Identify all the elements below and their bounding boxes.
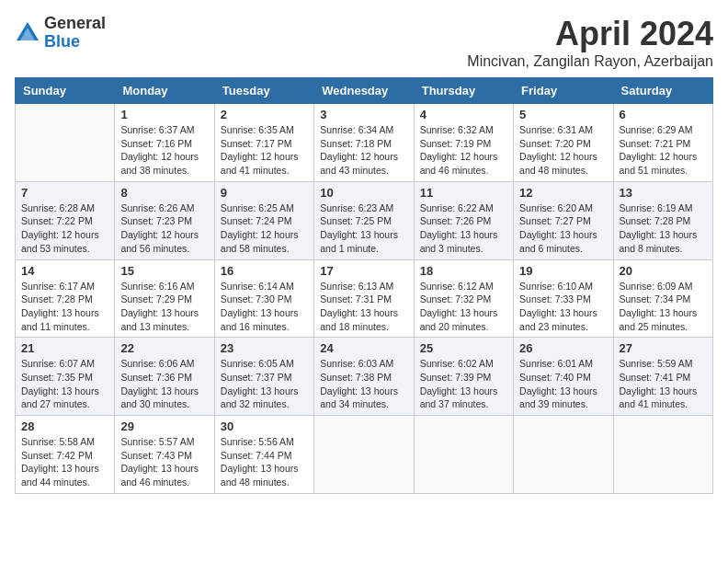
- day-number: 18: [420, 264, 507, 278]
- day-info: Sunrise: 6:06 AMSunset: 7:36 PMDaylight:…: [120, 357, 208, 411]
- day-info: Sunrise: 6:23 AMSunset: 7:25 PMDaylight:…: [320, 201, 407, 256]
- calendar-cell: 23Sunrise: 6:05 AMSunset: 7:37 PMDayligh…: [214, 338, 313, 416]
- day-number: 20: [620, 264, 707, 278]
- calendar-cell: 19Sunrise: 6:10 AMSunset: 7:33 PMDayligh…: [514, 259, 613, 338]
- day-info: Sunrise: 6:26 AMSunset: 7:23 PMDaylight:…: [120, 201, 208, 256]
- calendar-cell: 14Sunrise: 6:17 AMSunset: 7:28 PMDayligh…: [16, 259, 115, 338]
- calendar-cell: 18Sunrise: 6:12 AMSunset: 7:32 PMDayligh…: [414, 259, 513, 338]
- calendar-cell: 1Sunrise: 6:37 AMSunset: 7:16 PMDaylight…: [115, 104, 214, 182]
- day-number: 23: [221, 341, 308, 355]
- day-info: Sunrise: 6:10 AMSunset: 7:33 PMDaylight:…: [519, 280, 607, 334]
- day-number: 27: [620, 341, 707, 355]
- week-row-3: 14Sunrise: 6:17 AMSunset: 7:28 PMDayligh…: [16, 259, 713, 338]
- week-row-5: 28Sunrise: 5:58 AMSunset: 7:42 PMDayligh…: [16, 416, 713, 494]
- day-info: Sunrise: 5:58 AMSunset: 7:42 PMDaylight:…: [21, 435, 108, 489]
- day-number: 12: [519, 186, 607, 200]
- logo: General Blue: [15, 15, 106, 52]
- day-number: 24: [320, 341, 407, 355]
- day-info: Sunrise: 6:19 AMSunset: 7:28 PMDaylight:…: [620, 201, 707, 256]
- calendar-cell: 26Sunrise: 6:01 AMSunset: 7:40 PMDayligh…: [514, 338, 613, 416]
- calendar-cell: 8Sunrise: 6:26 AMSunset: 7:23 PMDaylight…: [115, 181, 214, 259]
- day-number: 29: [120, 419, 208, 433]
- calendar-cell: 25Sunrise: 6:02 AMSunset: 7:39 PMDayligh…: [414, 338, 513, 416]
- calendar-cell: 10Sunrise: 6:23 AMSunset: 7:25 PMDayligh…: [314, 181, 414, 259]
- page-container: General Blue April 2024 Mincivan, Zangil…: [15, 15, 713, 494]
- calendar-cell: [514, 416, 613, 494]
- weekday-header-friday: Friday: [514, 78, 613, 104]
- day-number: 26: [519, 341, 607, 355]
- day-number: 30: [221, 419, 308, 433]
- day-info: Sunrise: 5:56 AMSunset: 7:44 PMDaylight:…: [221, 435, 308, 489]
- weekday-header-sunday: Sunday: [16, 78, 115, 104]
- day-info: Sunrise: 6:29 AMSunset: 7:21 PMDaylight:…: [620, 123, 707, 178]
- day-info: Sunrise: 5:57 AMSunset: 7:43 PMDaylight:…: [120, 435, 208, 489]
- day-info: Sunrise: 6:32 AMSunset: 7:19 PMDaylight:…: [420, 123, 507, 178]
- day-info: Sunrise: 6:20 AMSunset: 7:27 PMDaylight:…: [519, 201, 607, 256]
- calendar-cell: 15Sunrise: 6:16 AMSunset: 7:29 PMDayligh…: [115, 259, 214, 338]
- day-number: 22: [120, 341, 208, 355]
- day-info: Sunrise: 6:17 AMSunset: 7:28 PMDaylight:…: [21, 280, 108, 334]
- day-number: 7: [21, 186, 108, 200]
- day-info: Sunrise: 6:35 AMSunset: 7:17 PMDaylight:…: [221, 123, 308, 178]
- day-info: Sunrise: 6:09 AMSunset: 7:34 PMDaylight:…: [620, 280, 707, 334]
- day-number: 21: [21, 341, 108, 355]
- calendar-cell: 28Sunrise: 5:58 AMSunset: 7:42 PMDayligh…: [16, 416, 115, 494]
- day-info: Sunrise: 6:22 AMSunset: 7:26 PMDaylight:…: [420, 201, 507, 256]
- day-number: 1: [120, 108, 208, 121]
- calendar-cell: 24Sunrise: 6:03 AMSunset: 7:38 PMDayligh…: [314, 338, 414, 416]
- calendar-cell: [314, 416, 414, 494]
- logo-general: General: [44, 14, 106, 32]
- week-row-2: 7Sunrise: 6:28 AMSunset: 7:22 PMDaylight…: [16, 181, 713, 259]
- day-number: 8: [120, 186, 208, 200]
- calendar-cell: 6Sunrise: 6:29 AMSunset: 7:21 PMDaylight…: [613, 104, 712, 182]
- calendar-cell: 4Sunrise: 6:32 AMSunset: 7:19 PMDaylight…: [414, 104, 513, 182]
- day-number: 15: [120, 264, 208, 278]
- logo-icon: [15, 20, 40, 46]
- week-row-1: 1Sunrise: 6:37 AMSunset: 7:16 PMDaylight…: [16, 104, 713, 182]
- weekday-header-row: SundayMondayTuesdayWednesdayThursdayFrid…: [16, 78, 713, 104]
- day-info: Sunrise: 6:01 AMSunset: 7:40 PMDaylight:…: [519, 357, 607, 411]
- calendar-cell: 29Sunrise: 5:57 AMSunset: 7:43 PMDayligh…: [115, 416, 214, 494]
- day-info: Sunrise: 6:07 AMSunset: 7:35 PMDaylight:…: [21, 357, 108, 411]
- day-info: Sunrise: 6:03 AMSunset: 7:38 PMDaylight:…: [320, 357, 407, 411]
- header: General Blue April 2024 Mincivan, Zangil…: [15, 15, 713, 70]
- day-info: Sunrise: 6:14 AMSunset: 7:30 PMDaylight:…: [221, 280, 308, 334]
- weekday-header-tuesday: Tuesday: [214, 78, 313, 104]
- day-number: 6: [620, 108, 707, 121]
- day-number: 19: [519, 264, 607, 278]
- calendar-table: SundayMondayTuesdayWednesdayThursdayFrid…: [15, 77, 713, 494]
- subtitle: Mincivan, Zangilan Rayon, Azerbaijan: [467, 53, 713, 70]
- day-info: Sunrise: 6:25 AMSunset: 7:24 PMDaylight:…: [221, 201, 308, 256]
- day-number: 2: [221, 108, 308, 121]
- week-row-4: 21Sunrise: 6:07 AMSunset: 7:35 PMDayligh…: [16, 338, 713, 416]
- weekday-header-saturday: Saturday: [613, 78, 712, 104]
- logo-blue: Blue: [44, 32, 80, 51]
- calendar-cell: 3Sunrise: 6:34 AMSunset: 7:18 PMDaylight…: [314, 104, 414, 182]
- day-number: 10: [320, 186, 407, 200]
- day-info: Sunrise: 6:31 AMSunset: 7:20 PMDaylight:…: [519, 123, 607, 178]
- calendar-cell: 2Sunrise: 6:35 AMSunset: 7:17 PMDaylight…: [214, 104, 313, 182]
- day-info: Sunrise: 6:37 AMSunset: 7:16 PMDaylight:…: [120, 123, 208, 178]
- calendar-cell: 7Sunrise: 6:28 AMSunset: 7:22 PMDaylight…: [16, 181, 115, 259]
- day-info: Sunrise: 6:12 AMSunset: 7:32 PMDaylight:…: [420, 280, 507, 334]
- weekday-header-thursday: Thursday: [414, 78, 513, 104]
- day-info: Sunrise: 5:59 AMSunset: 7:41 PMDaylight:…: [620, 357, 707, 411]
- day-info: Sunrise: 6:02 AMSunset: 7:39 PMDaylight:…: [420, 357, 507, 411]
- day-number: 5: [519, 108, 607, 121]
- calendar-cell: 22Sunrise: 6:06 AMSunset: 7:36 PMDayligh…: [115, 338, 214, 416]
- calendar-cell: 11Sunrise: 6:22 AMSunset: 7:26 PMDayligh…: [414, 181, 513, 259]
- calendar-cell: [414, 416, 513, 494]
- weekday-header-monday: Monday: [115, 78, 214, 104]
- calendar-cell: 21Sunrise: 6:07 AMSunset: 7:35 PMDayligh…: [16, 338, 115, 416]
- day-number: 3: [320, 108, 407, 121]
- calendar-cell: 17Sunrise: 6:13 AMSunset: 7:31 PMDayligh…: [314, 259, 414, 338]
- calendar-cell: 20Sunrise: 6:09 AMSunset: 7:34 PMDayligh…: [613, 259, 712, 338]
- calendar-cell: 5Sunrise: 6:31 AMSunset: 7:20 PMDaylight…: [514, 104, 613, 182]
- day-info: Sunrise: 6:28 AMSunset: 7:22 PMDaylight:…: [21, 201, 108, 256]
- calendar-cell: 12Sunrise: 6:20 AMSunset: 7:27 PMDayligh…: [514, 181, 613, 259]
- day-number: 28: [21, 419, 108, 433]
- day-info: Sunrise: 6:34 AMSunset: 7:18 PMDaylight:…: [320, 123, 407, 178]
- day-number: 4: [420, 108, 507, 121]
- calendar-cell: 30Sunrise: 5:56 AMSunset: 7:44 PMDayligh…: [214, 416, 313, 494]
- calendar-cell: [16, 104, 115, 182]
